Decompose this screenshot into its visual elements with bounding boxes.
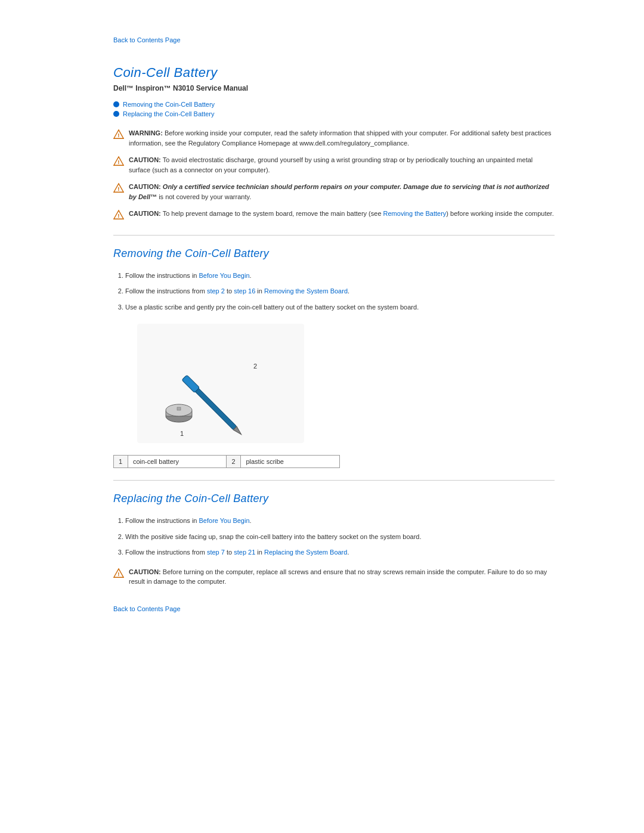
before-you-begin-link-1[interactable]: Before You Begin <box>199 272 250 279</box>
step7-link[interactable]: step 7 <box>207 549 225 556</box>
caution-notice-2: ! CAUTION: Only a certified service tech… <box>113 182 555 202</box>
toc-item-replacing: Replacing the Coin-Cell Battery <box>113 110 555 117</box>
warning-notice: ! WARNING: Before working inside your co… <box>113 128 555 148</box>
section-divider-1 <box>113 235 555 236</box>
removing-step-1: Follow the instructions in Before You Be… <box>125 271 555 281</box>
page-title: Coin-Cell Battery <box>113 65 555 80</box>
caution-icon-1: ! <box>113 156 124 169</box>
replacing-step-2: With the positive side facing up, snap t… <box>125 532 555 542</box>
removing-steps-list: Follow the instructions in Before You Be… <box>125 271 555 312</box>
caution-icon-3: ! <box>113 209 124 223</box>
legend-num-1: 1 <box>114 456 128 468</box>
legend-row-1: 1 coin-cell battery 2 plastic scribe <box>114 456 340 468</box>
removing-system-board-link[interactable]: Removing the System Board <box>264 287 348 295</box>
subtitle: Dell™ Inspiron™ N3010 Service Manual <box>113 84 555 92</box>
caution-notice-3: ! CAUTION: To help prevent damage to the… <box>113 209 555 223</box>
battery-illustration: 2 1 <box>137 324 304 443</box>
svg-text:2: 2 <box>253 363 257 370</box>
warning-icon: ! <box>113 129 124 143</box>
back-to-contents-bottom[interactable]: Back to Contents Page <box>113 605 181 612</box>
step21-link[interactable]: step 21 <box>234 549 255 556</box>
replacing-steps-list: Follow the instructions in Before You Be… <box>125 516 555 558</box>
replacing-step-3: Follow the instructions from step 7 to s… <box>125 547 555 558</box>
svg-text:!: ! <box>117 570 119 577</box>
removing-battery-link[interactable]: Removing the Battery <box>383 210 447 217</box>
removing-section-title: Removing the Coin-Cell Battery <box>113 247 555 260</box>
back-to-contents-top[interactable]: Back to Contents Page <box>113 36 181 44</box>
step2-link[interactable]: step 2 <box>207 287 225 295</box>
bullet-icon <box>113 111 119 117</box>
bullet-icon <box>113 101 119 107</box>
svg-text:!: ! <box>117 132 119 138</box>
svg-text:!: ! <box>117 212 119 219</box>
replacing-system-board-link[interactable]: Replacing the System Board <box>264 549 347 556</box>
svg-text:!: ! <box>117 185 119 192</box>
svg-text:1: 1 <box>180 430 184 437</box>
legend-table: 1 coin-cell battery 2 plastic scribe <box>113 455 340 468</box>
legend-label-2: plastic scribe <box>241 456 340 468</box>
caution-icon-2: ! <box>113 182 124 196</box>
svg-text:!: ! <box>117 159 119 165</box>
caution-icon-final: ! <box>113 568 124 581</box>
toc-link-removing[interactable]: Removing the Coin-Cell Battery <box>123 101 215 108</box>
svg-rect-8 <box>137 324 304 443</box>
replacing-caution: ! CAUTION: Before turning on the compute… <box>113 567 555 587</box>
removing-step-3: Use a plastic scribe and gently pry the … <box>125 302 555 312</box>
toc-link-replacing[interactable]: Replacing the Coin-Cell Battery <box>123 110 214 117</box>
legend-num-2: 2 <box>227 456 241 468</box>
replacing-step-1: Follow the instructions in Before You Be… <box>125 516 555 526</box>
replacing-section-title: Replacing the Coin-Cell Battery <box>113 493 555 505</box>
section-divider-2 <box>113 480 555 481</box>
legend-label-1: coin-cell battery <box>128 456 227 468</box>
removing-step-2: Follow the instructions from step 2 to s… <box>125 286 555 296</box>
step16-link[interactable]: step 16 <box>234 287 255 295</box>
caution-notice-1: ! CAUTION: To avoid electrostatic discha… <box>113 155 555 175</box>
toc-item-removing: Removing the Coin-Cell Battery <box>113 101 555 108</box>
before-you-begin-link-2[interactable]: Before You Begin <box>199 517 250 524</box>
svg-rect-12 <box>177 407 181 410</box>
